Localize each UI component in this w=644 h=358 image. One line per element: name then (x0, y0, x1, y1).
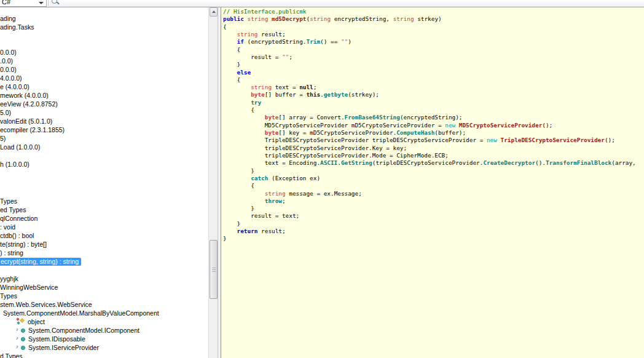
code-line: } (223, 61, 644, 68)
code-line: string text = null; (223, 84, 644, 91)
tree-item-label: : void (0, 223, 15, 231)
up-arrow-icon (212, 10, 216, 13)
tree-item[interactable]: stem.Web.Services.WebService (0, 300, 92, 309)
chevron-down-icon (39, 2, 44, 4)
code-line: string message = ex.Message; (223, 190, 644, 197)
tree-item[interactable]: Types (0, 292, 17, 300)
code-line: } (223, 235, 644, 242)
assembly-tree-panel[interactable]: adingading.Tasks0.0.0).0.0)0.0.0)4.0.0.0… (0, 7, 208, 358)
tree-item[interactable]: ading.Tasks (0, 23, 34, 31)
tree-item[interactable]: Load (1.0.0.0) (0, 143, 40, 151)
code-line: { (223, 46, 644, 54)
tree-item-label: Types (0, 197, 17, 205)
tree-item-label: e (4.0.0.0) (0, 83, 29, 90)
search-icon[interactable] (51, 0, 60, 6)
tree-item-label: System.IDisposable (28, 335, 85, 343)
tree-item-label: eeView (4.2.0.8752) (0, 100, 58, 108)
tree-item[interactable]: qlConnection (0, 214, 37, 223)
tree-item[interactable]: ›System.IServiceProvider (16, 343, 99, 352)
code-line: text = Encoding.ASCII.GetString(tripleDE… (223, 159, 644, 167)
tree-item[interactable]: object (16, 317, 45, 326)
tree-item[interactable]: h (1.0.0.0) (0, 160, 29, 169)
tree-item[interactable]: : void (0, 223, 15, 231)
tree-item[interactable]: valonEdit (5.0.1.0) (0, 117, 52, 125)
code-line: // HisInterface.publicmk (223, 8, 644, 15)
tree-item[interactable]: te(string) : byte[] (0, 240, 47, 249)
code-line: { (223, 76, 644, 84)
tree-item[interactable]: 4.0.0.0) (0, 74, 22, 82)
tree-item[interactable]: ecompiler (2.3.1.1855) (0, 125, 65, 134)
tree-item-label: .0.0) (0, 57, 13, 65)
code-line: byte[] key = mD5CryptoServiceProvider.Co… (223, 129, 644, 137)
tree-item-label: ading.Tasks (0, 23, 34, 31)
tree-item-label: stem.Web.Services.WebService (0, 301, 92, 308)
tree-item[interactable]: eeView (4.2.0.8752) (0, 100, 58, 108)
tree-item-label: valonEdit (5.0.1.0) (0, 117, 52, 125)
tree-item-label: d Types (0, 352, 23, 358)
tree-item[interactable]: mework (4.0.0.0) (0, 91, 49, 100)
tree-item[interactable]: d Types (0, 352, 23, 358)
scrollbar-up-button[interactable] (210, 7, 218, 17)
interface-icon: › (16, 344, 27, 351)
tree-item-label: 0.0.0) (0, 66, 17, 73)
code-line: else (223, 69, 644, 76)
code-line: try (223, 99, 644, 106)
code-line: } (223, 220, 644, 228)
scrollbar-grip-icon (212, 268, 216, 272)
code-line: MD5CryptoServiceProvider mD5CryptoServic… (223, 122, 644, 129)
tree-item-label: System.ComponentModel.IComponent (28, 327, 139, 334)
tree-item[interactable]: ctdb() : bool (0, 231, 34, 240)
tree-item-label: ecompiler (2.3.1.1855) (0, 126, 65, 133)
tree-item-label: 5) (0, 135, 6, 142)
tree-item-label: qlConnection (0, 215, 37, 222)
code-line: tripleDESCryptoServiceProvider.Mode = Ci… (223, 152, 644, 159)
tree-item[interactable]: yyghjk (0, 274, 18, 283)
tree-item[interactable]: System.ComponentModel.MarshalByValueComp… (3, 309, 159, 317)
tree-item[interactable]: e (4.0.0.0) (0, 82, 29, 91)
tree-scrollbar[interactable] (208, 7, 218, 358)
tree-item[interactable]: .0.0) (0, 57, 13, 65)
code-line: byte[] buffer = this.getbyte(strkey); (223, 91, 644, 98)
tree-item-label: yyghjk (0, 275, 18, 282)
tree-item[interactable]: ›System.IDisposable (16, 335, 85, 343)
code-line: if (encryptedString.Trim() == "") (223, 38, 644, 46)
tree-item[interactable]: 0.0.0) (0, 48, 17, 57)
code-line: return result; (223, 228, 644, 235)
code-line: byte[] array = Convert.FromBase64String(… (223, 114, 644, 121)
tree-item[interactable]: 5) (0, 134, 6, 143)
scrollbar-thumb[interactable] (210, 240, 218, 299)
code-line: { (223, 182, 644, 189)
tree-item[interactable]: WinningWebService (0, 283, 58, 292)
tree-item-label: ecrypt(string, string) : string (0, 258, 81, 266)
code-view[interactable]: // HisInterface.publicmkpublic string md… (221, 7, 644, 358)
tree-item-label: Types (0, 292, 17, 300)
code-line: tripleDESCryptoServiceProvider.Key = key… (223, 145, 644, 152)
code-line: { (223, 23, 644, 31)
tree-item[interactable]: ) : string (0, 249, 23, 257)
class-icon (16, 318, 26, 325)
code-line: TripleDESCryptoServiceProvider tripleDES… (223, 137, 644, 144)
tree-item[interactable]: ›System.ComponentModel.IComponent (16, 326, 139, 335)
tree-item-label: ctdb() : bool (0, 232, 34, 239)
code-line: throw; (223, 197, 644, 205)
language-selector[interactable]: C# (0, 0, 47, 7)
tree-item[interactable]: ed Types (0, 205, 26, 214)
tree-item[interactable]: ecrypt(string, string) : string (0, 257, 81, 266)
interface-icon: › (16, 336, 27, 343)
toolbar-separator (48, 0, 49, 6)
tree-item-label: ed Types (0, 206, 26, 213)
code-line: } (223, 167, 644, 175)
tree-item[interactable]: 0.0.0) (0, 65, 17, 74)
tree-item-label: h (1.0.0.0) (0, 161, 29, 168)
tree-item[interactable]: 5.0) (0, 108, 11, 117)
interface-icon: › (16, 327, 27, 334)
tree-item-label: te(string) : byte[] (0, 241, 47, 248)
tree-item-label: System.ComponentModel.MarshalByValueComp… (3, 309, 159, 317)
code-line: result = ""; (223, 54, 644, 61)
toolbar: C# (0, 0, 644, 7)
tree-item[interactable]: Types (0, 197, 17, 205)
tree-item-label: Load (1.0.0.0) (0, 143, 40, 151)
code-line: public string md5Decrypt(string encrypte… (223, 15, 644, 23)
code-line: string result; (223, 31, 644, 38)
tree-item[interactable]: ading (0, 14, 16, 23)
